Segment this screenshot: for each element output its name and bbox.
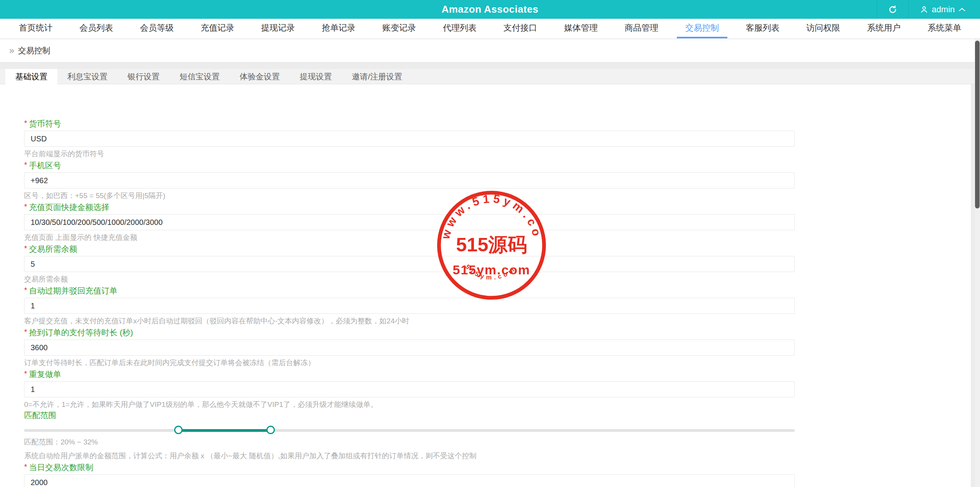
field-helper: 客户提交充值，未支付的充值订单x小时后自动过期驳回（驳回内容在帮助中心-文本内容… [24,317,795,325]
required-asterisk: * [24,286,27,294]
field-label: 手机区号 [29,161,61,170]
field-helper: 订单支付等待时长，匹配订单后未在此时间内完成支付提交订单将会被冻结（需后台解冻） [24,359,795,367]
nav-tab[interactable]: 媒体管理 [555,19,606,38]
slider-handle-min[interactable] [174,426,183,434]
form-field: *充值页面快捷金额选择充值页面 上面显示的 快捷充值金额 [24,202,795,242]
breadcrumb: » 交易控制 [0,39,980,62]
form-field: *手机区号区号，如巴西：+55 = 55(多个区号用|5隔开) [24,160,795,200]
subtab[interactable]: 提现设置 [290,69,342,84]
nav-tab[interactable]: 会员列表 [71,19,121,38]
field-helper: 平台前端显示的货币符号 [24,150,795,158]
subtab[interactable]: 基础设置 [5,69,57,84]
field-label: 货币符号 [29,119,61,128]
header-actions: admin [877,0,976,19]
nav-tab[interactable]: 代理列表 [434,19,485,38]
slider-handle-max[interactable] [266,426,275,434]
field-label-row: *当日交易次数限制 [24,462,795,472]
field-helper-secondary: 系统自动给用户派单的金额范围，计算公式：用户余额 x （最小~最大 随机值）,如… [24,452,795,460]
subtab-bar: 基础设置利息宝设置银行设置短信宝设置体验金设置提现设置邀请/注册设置 [0,69,980,84]
field-label-row: *充值页面快捷金额选择 [24,202,795,212]
subtab[interactable]: 短信宝设置 [170,69,230,84]
nav-tab[interactable]: 首页统计 [10,19,61,38]
field-input[interactable] [24,298,795,314]
form-field: *自动过期并驳回充值订单客户提交充值，未支付的充值订单x小时后自动过期驳回（驳回… [24,285,795,325]
page-scrollbar[interactable] [975,39,980,487]
field-label: 当日交易次数限制 [29,463,93,472]
breadcrumb-label: 交易控制 [18,45,50,56]
required-asterisk: * [24,119,27,127]
field-helper: 充值页面 上面显示的 快捷充值金额 [24,233,795,242]
required-asterisk: * [24,244,27,253]
page-gap [0,62,980,69]
field-input[interactable] [24,214,795,230]
nav-tab[interactable]: 客服列表 [737,19,788,38]
field-label-row: *自动过期并驳回充值订单 [24,285,795,296]
main-nav: 首页统计会员列表会员等级充值记录提现记录抢单记录账变记录代理列表支付接口媒体管理… [0,19,980,39]
chevron-up-icon [959,7,965,12]
nav-tab[interactable]: 支付接口 [495,19,546,38]
subtab[interactable]: 银行设置 [118,69,170,84]
nav-tab[interactable]: 抢单记录 [313,19,364,38]
required-asterisk: * [24,202,27,211]
field-helper: 交易所需余额 [24,275,795,284]
subtab[interactable]: 邀请/注册设置 [342,69,412,84]
nav-tab[interactable]: 访问权限 [798,19,848,38]
required-asterisk: * [24,161,27,169]
field-input[interactable] [24,131,795,147]
field-label-row: 匹配范围 [24,410,795,420]
slider-track[interactable] [24,429,795,432]
form-field: *当日交易次数限制当日交易次数限制 [24,462,795,487]
app-root: Amazon Associates admin [0,0,980,487]
nav-tab[interactable]: 充值记录 [192,19,243,38]
nav-tab[interactable]: 提现记录 [253,19,303,38]
user-menu[interactable]: admin [908,0,976,19]
field-input[interactable] [24,474,795,487]
scrollbar-thumb[interactable] [975,41,980,208]
field-input[interactable] [24,339,795,356]
field-input[interactable] [24,381,795,397]
form-field: *重复做单0=不允许，1=允许，如果昨天用户做了VIP1级别的单，那么他今天就做… [24,369,795,409]
settings-form: *货币符号平台前端显示的货币符号*手机区号区号，如巴西：+55 = 55(多个区… [0,84,971,487]
form-field: *货币符号平台前端显示的货币符号 [24,118,795,158]
field-input[interactable] [24,172,795,189]
slider-fill [178,429,271,432]
field-input[interactable] [24,256,795,272]
field-label-row: *手机区号 [24,160,795,171]
field-label-row: *重复做单 [24,369,795,379]
refresh-button[interactable] [877,0,908,19]
subtab[interactable]: 利息宝设置 [57,69,118,84]
required-asterisk: * [24,328,27,336]
form-field: 匹配范围匹配范围：20% ~ 32%系统自动给用户派单的金额范围，计算公式：用户… [24,410,795,460]
field-label-row: *交易所需余额 [24,243,795,254]
nav-tab[interactable]: 系统用户 [859,19,909,38]
field-label: 交易所需余额 [29,244,77,253]
field-label-row: *抢到订单的支付等待时长 (秒) [24,327,795,338]
app-title: Amazon Associates [0,0,980,19]
required-asterisk: * [24,462,27,471]
form-field: *抢到订单的支付等待时长 (秒)订单支付等待时长，匹配订单后未在此时间内完成支付… [24,327,795,367]
required-asterisk: * [24,369,27,378]
field-helper: 匹配范围：20% ~ 32% [24,438,795,446]
field-label: 自动过期并驳回充值订单 [29,286,118,295]
user-name: admin [932,5,955,15]
user-icon [920,5,929,14]
nav-tab[interactable]: 系统菜单 [919,19,970,38]
app-header: Amazon Associates admin [0,0,980,19]
refresh-icon [888,5,898,15]
field-helper: 0=不允许，1=允许，如果昨天用户做了VIP1级别的单，那么他今天就做不了VIP… [24,400,795,409]
field-label: 充值页面快捷金额选择 [29,203,109,212]
breadcrumb-arrow-icon: » [9,45,14,56]
nav-tab[interactable]: 会员等级 [132,19,182,38]
form-field: *交易所需余额交易所需余额 [24,243,795,284]
nav-tab[interactable]: 交易控制 [677,19,727,38]
field-helper: 区号，如巴西：+55 = 55(多个区号用|5隔开) [24,192,795,200]
field-label-row: *货币符号 [24,118,795,129]
range-slider[interactable] [24,426,795,435]
field-label: 抢到订单的支付等待时长 (秒) [29,328,133,337]
nav-tab[interactable]: 账变记录 [374,19,425,38]
nav-tab[interactable]: 商品管理 [616,19,667,38]
field-label: 重复做单 [29,370,61,379]
field-label: 匹配范围 [24,411,56,420]
subtab[interactable]: 体验金设置 [230,69,290,84]
